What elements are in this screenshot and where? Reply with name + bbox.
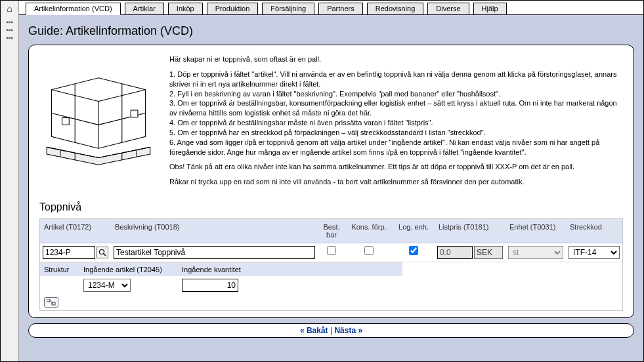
main-panel: Här skapar ni er toppnivå, som oftast är…	[28, 45, 634, 318]
col-kons: Kons. förp.	[345, 219, 393, 243]
svg-rect-19	[47, 299, 50, 302]
log-checkbox[interactable]	[409, 246, 418, 255]
section-title: Toppnivå	[39, 201, 623, 213]
structure-tree-icon[interactable]	[44, 297, 58, 308]
col-struktur: Struktur	[40, 263, 79, 276]
toppniva-grid: Artikel (T0172) Beskrivning (T0018) Best…	[39, 218, 623, 311]
col-listpris: Listpris (T0181)	[435, 219, 505, 243]
next-link[interactable]: Nästa »	[334, 326, 362, 335]
tab-f-rs-ljning[interactable]: Försäljning	[262, 3, 314, 14]
ingaende-kvantitet-input[interactable]	[182, 279, 238, 292]
instructions-text: Här skapar ni er toppnivå, som oftast är…	[169, 54, 623, 192]
col-ingaende: Ingående artikel (T2045)	[79, 263, 178, 276]
svg-rect-8	[62, 118, 70, 125]
svg-rect-9	[131, 110, 138, 117]
listpris-input[interactable]	[437, 246, 473, 259]
tab-redovisning[interactable]: Redovisning	[367, 3, 424, 14]
tab-partners[interactable]: Partners	[318, 3, 363, 14]
tab-diverse[interactable]: Diverse	[427, 3, 469, 14]
svg-marker-10	[47, 147, 150, 165]
page-title: Guide: Artikelinformation (VCD)	[28, 24, 634, 38]
tab-bar: Artikelinformation (VCD)ArtiklarInköpPro…	[19, 1, 643, 15]
col-best: Best. bar	[318, 219, 345, 243]
currency-label: SEK	[474, 246, 503, 259]
col-enhet: Enhet (T0031)	[505, 219, 566, 243]
tab-produktion[interactable]: Produktion	[207, 3, 259, 14]
kons-checkbox[interactable]	[364, 246, 374, 255]
tab-artikelinformation-vcd-[interactable]: Artikelinformation (VCD)	[26, 3, 121, 15]
grip-icon: ▪▪▪▪▪▪▪▪▪	[6, 18, 13, 41]
back-link[interactable]: « Bakåt	[300, 326, 328, 335]
col-log: Log. enh.	[393, 219, 435, 243]
streckkod-select[interactable]: ITF-14	[569, 246, 620, 259]
col-artikel: Artikel (T0172)	[40, 219, 111, 243]
artikel-input[interactable]	[43, 246, 95, 259]
home-icon[interactable]: ⌂	[1, 3, 18, 14]
svg-line-18	[104, 254, 106, 256]
col-beskrivning: Beskrivning (T0018)	[111, 219, 318, 243]
tab-artiklar[interactable]: Artiklar	[125, 3, 164, 14]
col-kvantitet: Ingående kvantitet	[178, 263, 250, 276]
enhet-select: st	[508, 246, 563, 259]
ingaende-artikel-select[interactable]: 1234-M	[83, 279, 131, 292]
svg-point-17	[100, 250, 104, 254]
tab-hj-lp[interactable]: Hjälp	[473, 3, 507, 14]
beskrivning-input[interactable]	[114, 246, 315, 259]
tab-ink-p[interactable]: Inköp	[168, 3, 203, 14]
col-streckkod: Streckkod	[566, 219, 622, 243]
search-icon[interactable]	[97, 247, 108, 258]
wizard-nav: « Bakåt | Nästa »	[28, 323, 634, 338]
pallet-illustration	[39, 54, 158, 192]
best-checkbox[interactable]	[327, 246, 336, 255]
